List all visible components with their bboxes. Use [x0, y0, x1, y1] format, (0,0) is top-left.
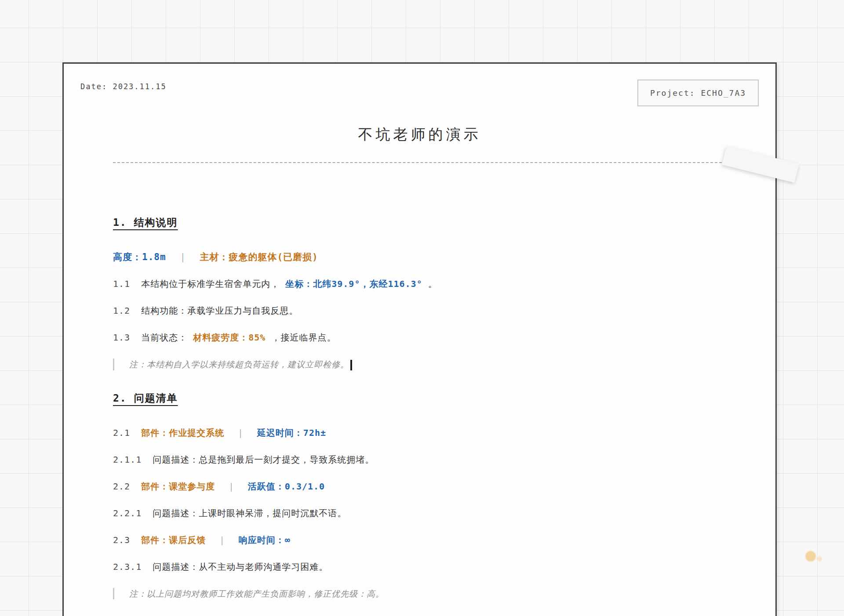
note-text: 注：以上问题均对教师工作效能产生负面影响，修正优先级：高。 [129, 589, 384, 598]
item-number: 2.2 [113, 481, 130, 492]
item-text: 结构功能：承载学业压力与自我反思。 [141, 305, 298, 316]
item-part-name: 部件：课堂参与度 [141, 481, 215, 492]
item-text-tail: ，接近临界点。 [271, 332, 336, 343]
list-item-2-2: 2.2 部件：课堂参与度 ｜ 活跃值：0.3/1.0 [113, 481, 726, 492]
note-block-structure: 注：本结构自入学以来持续超负荷运转，建议立即检修。 [113, 359, 726, 370]
item-highlight-coordinates: 坐标：北纬39.9°，东经116.3° [285, 279, 422, 289]
note-text: 注：本结构自入学以来持续超负荷运转，建议立即检修。 [129, 359, 349, 369]
section-1-heading: 1. 结构说明 [113, 216, 178, 229]
item-metric-value: 延迟时间：72h± [257, 428, 326, 438]
list-item-2-3: 2.3 部件：课后反馈 ｜ 响应时间：∞ [113, 534, 726, 546]
item-separator: ｜ [227, 481, 236, 492]
item-number: 2.1.1 [113, 454, 142, 465]
item-separator: ｜ [218, 535, 227, 545]
spec-material-value: 主材：疲惫的躯体(已磨损) [200, 252, 318, 262]
item-text: 问题描述：总是拖到最后一刻才提交，导致系统拥堵。 [153, 454, 374, 465]
page-header: Date: 2023.11.15 Project: ECHO_7A3 [80, 64, 759, 106]
page-title: 不坑老师的演示 [80, 125, 759, 145]
item-text: 问题描述：上课时眼神呆滞，提问时沉默不语。 [153, 508, 346, 518]
list-item-2-2-1: 2.2.1 问题描述：上课时眼神呆滞，提问时沉默不语。 [113, 507, 726, 519]
list-item-1-2: 1.2 结构功能：承载学业压力与自我反思。 [113, 305, 726, 316]
list-item-1-1: 1.1 本结构位于标准学生宿舍单元内， 坐标：北纬39.9°，东经116.3° … [113, 278, 726, 290]
note-block-issues: 注：以上问题均对教师工作效能产生负面影响，修正优先级：高。 [113, 588, 726, 599]
item-part-name: 部件：课后反馈 [141, 535, 206, 545]
project-label: Project: ECHO_7A3 [650, 88, 746, 98]
dot-decoration [805, 551, 816, 562]
spec-height-value: 高度：1.8m [113, 252, 166, 262]
item-text: 问题描述：从不主动与老师沟通学习困难。 [153, 562, 328, 572]
item-number: 2.3.1 [113, 562, 142, 572]
list-item-2-1-1: 2.1.1 问题描述：总是拖到最后一刻才提交，导致系统拥堵。 [113, 454, 726, 465]
document-page: Date: 2023.11.15 Project: ECHO_7A3 不坑老师的… [62, 62, 777, 616]
item-text: 本结构位于标准学生宿舍单元内， [141, 279, 280, 289]
item-metric-value: 活跃值：0.3/1.0 [248, 481, 325, 492]
date-label: Date: 2023.11.15 [80, 82, 167, 91]
item-number: 1.3 [113, 332, 130, 343]
grid-background: { "colors": { "accent_blue": "#1c63b0", … [0, 0, 844, 616]
text-cursor [350, 360, 352, 370]
item-number: 2.1 [113, 428, 130, 438]
list-item-2-1: 2.1 部件：作业提交系统 ｜ 延迟时间：72h± [113, 427, 726, 438]
item-number: 2.2.1 [113, 508, 142, 518]
item-text: 当前状态： [141, 332, 187, 343]
item-highlight-fatigue: 材料疲劳度：85% [193, 332, 266, 343]
section-issues: 2. 问题清单 2.1 部件：作业提交系统 ｜ 延迟时间：72h± 2.1.1 … [113, 391, 726, 599]
spec-line: 高度：1.8m ｜ 主材：疲惫的躯体(已磨损) [113, 251, 726, 263]
section-structure: 1. 结构说明 高度：1.8m ｜ 主材：疲惫的躯体(已磨损) 1.1 本结构位… [113, 216, 726, 370]
item-number: 1.2 [113, 305, 130, 316]
project-badge: Project: ECHO_7A3 [637, 80, 759, 106]
document-content: 1. 结构说明 高度：1.8m ｜ 主材：疲惫的躯体(已磨损) 1.1 本结构位… [113, 162, 726, 599]
section-heading-row: 2. 问题清单 [113, 391, 726, 427]
list-item-1-3: 1.3 当前状态： 材料疲劳度：85% ，接近临界点。 [113, 332, 726, 343]
item-metric-value: 响应时间：∞ [239, 535, 291, 545]
item-text-tail: 。 [428, 279, 437, 289]
item-part-name: 部件：作业提交系统 [141, 428, 224, 438]
dashed-divider [113, 162, 726, 163]
item-number: 1.1 [113, 279, 130, 289]
section-heading-row: 1. 结构说明 [113, 216, 726, 251]
list-item-2-3-1: 2.3.1 问题描述：从不主动与老师沟通学习困难。 [113, 561, 726, 573]
item-number: 2.3 [113, 535, 130, 545]
item-separator: ｜ [236, 428, 245, 438]
section-2-heading: 2. 问题清单 [113, 391, 178, 405]
spec-separator: ｜ [178, 252, 188, 262]
dot-decoration-small [817, 556, 822, 562]
